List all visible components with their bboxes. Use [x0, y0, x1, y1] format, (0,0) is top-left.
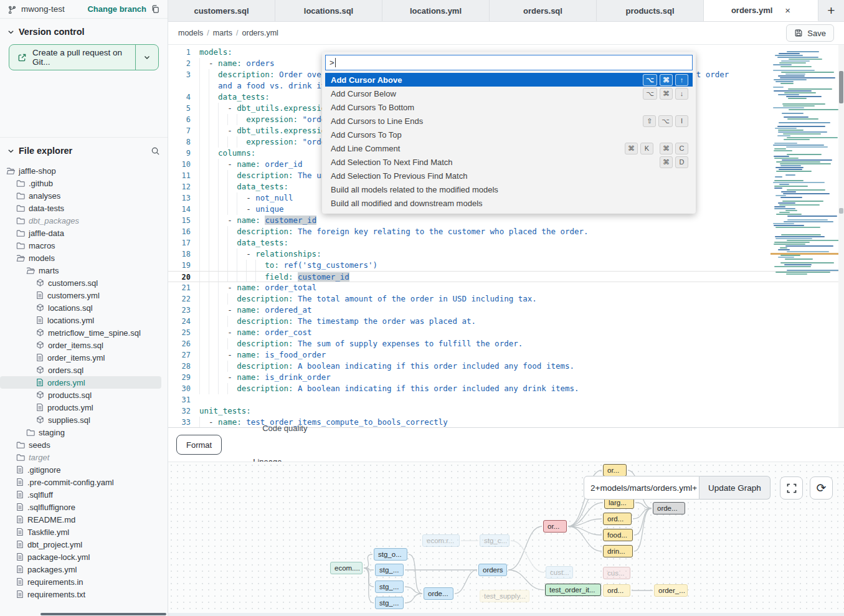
search-icon[interactable] — [151, 146, 160, 156]
lineage-node-test-supply[interactable]: test_supply... — [480, 590, 529, 602]
tree-item-dbt-project-yml[interactable]: dbt_project.yml — [0, 538, 168, 551]
tree-item-readme-md[interactable]: README.md — [0, 513, 168, 526]
fullscreen-button[interactable] — [780, 476, 803, 500]
tree-item-products-yml[interactable]: products.yml — [0, 401, 168, 414]
palette-input[interactable]: > — [325, 55, 693, 70]
pr-dropdown-chevron[interactable] — [135, 45, 158, 70]
tab-locations-sql[interactable]: locations.sql — [275, 0, 382, 21]
change-branch-link[interactable]: Change branch — [87, 4, 146, 14]
lineage-filter-input[interactable]: 2+models/marts/orders.yml+ — [584, 476, 699, 500]
palette-item-add-selection-to-next-find-match[interactable]: Add Selection To Next Find Match⌘D — [325, 155, 693, 169]
sidebar-horizontal-scrollbar[interactable] — [40, 613, 166, 615]
palette-item-add-cursors-to-bottom[interactable]: Add Cursors To Bottom — [325, 100, 693, 114]
lineage-node-or[interactable]: or... — [543, 520, 567, 533]
tree-item-data-tests[interactable]: data-tests — [0, 202, 168, 214]
tree-item-dbt-packages[interactable]: dbt_packages — [0, 214, 168, 227]
lineage-node-ord[interactable]: ord... — [603, 513, 632, 525]
code-line[interactable]: 16description: The foreign key relating … — [168, 226, 844, 237]
lineage-node-ord[interactable]: ord... — [603, 584, 630, 597]
code-line[interactable]: 23- name: ordered_at — [168, 305, 844, 316]
lineage-node-orde[interactable]: orde... — [424, 587, 453, 600]
save-button[interactable]: Save — [786, 24, 834, 42]
palette-item-add-line-comment[interactable]: Add Line Comment⌘K⌘C — [325, 141, 693, 155]
code-line[interactable]: 17data_tests: — [168, 237, 844, 249]
code-line[interactable]: 24description: The timestamp the order w… — [168, 316, 844, 327]
chevron-down-icon[interactable] — [7, 148, 14, 154]
tree-item-products-sql[interactable]: products.sql — [0, 389, 168, 401]
tree-item-requirements-txt[interactable]: requirements.txt — [0, 588, 168, 600]
code-line[interactable]: 25- name: order_cost — [168, 327, 844, 338]
palette-item-build-all-modified-and-downstream-models[interactable]: Build all modified and downstream models — [325, 196, 693, 210]
tree-item-packages-yml[interactable]: packages.yml — [0, 563, 168, 576]
create-pr-button[interactable]: Create a pull request on Git... — [9, 44, 159, 70]
tab-orders-sql[interactable]: orders.sql — [490, 0, 597, 21]
tab-products-sql[interactable]: products.sql — [597, 0, 704, 21]
tree-item-github[interactable]: .github — [0, 177, 168, 189]
lineage-node-drin[interactable]: drin... — [603, 545, 633, 557]
tree-item-jaffle-shop[interactable]: jaffle-shop — [0, 164, 168, 177]
palette-item-add-cursors-to-line-ends[interactable]: Add Cursors to Line Ends⇧⌥I — [325, 114, 693, 128]
tab-customers-sql[interactable]: customers.sql — [168, 0, 275, 21]
tree-item-locations-yml[interactable]: locations.yml — [0, 314, 168, 326]
tree-item-macros[interactable]: macros — [0, 239, 168, 252]
tab-locations-yml[interactable]: locations.yml — [382, 0, 490, 21]
lineage-node-ecom-r[interactable]: ecom.r... — [422, 534, 460, 547]
tree-item-supplies-sql[interactable]: supplies.sql — [0, 414, 168, 426]
palette-item-build-all-models-related-to-the-modified-models[interactable]: Build all models related to the modified… — [325, 182, 693, 196]
palette-item-add-cursor-below[interactable]: Add Cursor Below⌥⌘↓ — [325, 87, 693, 100]
code-line[interactable]: 27- name: is_food_order — [168, 349, 844, 361]
minimap[interactable] — [771, 50, 839, 282]
tree-item-sqlfluff[interactable]: .sqlfluff — [0, 488, 168, 501]
palette-item-add-cursor-above[interactable]: Add Cursor Above⌥⌘↑ — [325, 73, 693, 87]
lineage-canvas[interactable]: 2+models/marts/orders.yml+ Update Graph … — [168, 462, 844, 616]
code-line[interactable]: 29- name: is_drink_order — [168, 372, 844, 383]
lineage-node-ecom[interactable]: ecom.... — [330, 562, 363, 574]
tree-item-models[interactable]: models — [0, 252, 168, 264]
code-line[interactable]: 19to: ref('stg_customers') — [168, 260, 844, 271]
panel-tab-code-quality[interactable]: Code quality — [259, 411, 310, 445]
tree-item-order-items-sql[interactable]: order_items.sql — [0, 339, 168, 351]
code-line[interactable]: 21- name: order_total — [168, 282, 844, 293]
update-graph-button[interactable]: Update Graph — [699, 476, 771, 500]
lineage-node-order[interactable]: order_... — [654, 584, 688, 597]
code-line[interactable]: 28description: A boolean indicating if t… — [168, 361, 844, 372]
tree-item-taskfile-yml[interactable]: Taskfile.yml — [0, 526, 168, 538]
palette-item-add-cursors-to-top[interactable]: Add Cursors To Top — [325, 128, 693, 141]
tree-item-gitignore[interactable]: .gitignore — [0, 463, 168, 476]
tree-item-locations-sql[interactable]: locations.sql — [0, 301, 168, 314]
lineage-node-food[interactable]: food... — [603, 529, 633, 541]
tree-item-order-items-yml[interactable]: order_items.yml — [0, 351, 168, 364]
tree-item-package-lock-yml[interactable]: package-lock.yml — [0, 551, 168, 563]
code-line-current[interactable]: 20field: customer_id — [168, 271, 844, 282]
tree-item-orders-sql[interactable]: orders.sql — [0, 364, 168, 376]
lineage-node-or[interactable]: or... — [603, 464, 627, 476]
tree-item-customers-yml[interactable]: customers.yml — [0, 289, 168, 301]
close-tab-icon[interactable]: × — [785, 6, 790, 15]
code-line[interactable]: 31 — [168, 394, 844, 405]
tree-item-target[interactable]: target — [0, 451, 168, 463]
tree-item-pre-commit-config-yaml[interactable]: .pre-commit-config.yaml — [0, 476, 168, 488]
tree-item-metricflow-time-spine-sql[interactable]: metricflow_time_spine.sql — [0, 326, 168, 339]
tree-item-orders-yml[interactable]: orders.yml — [0, 376, 161, 389]
tree-item-customers-sql[interactable]: customers.sql — [0, 277, 168, 289]
lineage-node-cus[interactable]: cus... — [603, 567, 630, 579]
tab-orders-yml[interactable]: orders.yml× — [704, 0, 818, 21]
tree-item-jaffle-data[interactable]: jaffle-data — [0, 227, 168, 239]
tree-item-sqlfluffignore[interactable]: .sqlfluffignore — [0, 501, 168, 513]
lineage-node-stg[interactable]: stg_... — [375, 597, 404, 609]
lineage-node-stg-o[interactable]: stg_o... — [374, 548, 407, 561]
chevron-down-icon[interactable] — [7, 29, 14, 36]
lineage-node-stg-c[interactable]: stg_c... — [480, 534, 510, 547]
tree-item-analyses[interactable]: analyses — [0, 189, 168, 202]
refresh-button[interactable]: ⟳ — [810, 476, 833, 500]
palette-item-add-selection-to-previous-find-match[interactable]: Add Selection To Previous Find Match — [325, 169, 693, 182]
code-line[interactable]: 30description: A boolean indicating if t… — [168, 383, 844, 394]
tree-item-seeds[interactable]: seeds — [0, 438, 168, 451]
tree-item-requirements-in[interactable]: requirements.in — [0, 576, 168, 588]
editor-scrollbar-thumb[interactable] — [839, 71, 843, 103]
code-line[interactable]: 26description: The sum of supply expense… — [168, 338, 844, 349]
code-line[interactable]: 15- name: customer_id — [168, 215, 844, 226]
tree-item-marts[interactable]: marts — [0, 264, 168, 277]
lineage-node-orde[interactable]: orde... — [653, 502, 685, 514]
lineage-node-stg[interactable]: stg_... — [375, 564, 404, 576]
